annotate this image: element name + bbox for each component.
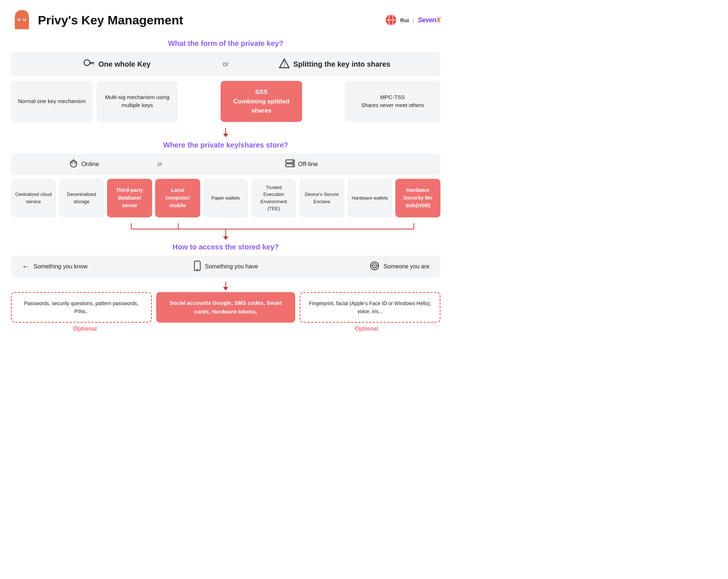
online-label-text: Online xyxy=(81,161,99,168)
whole-key-label: One whole Key xyxy=(98,60,150,68)
split-icon xyxy=(279,58,290,70)
header-left: Privy's Key Management xyxy=(11,7,183,33)
svg-point-19 xyxy=(292,161,294,162)
split-key-option: Splitting the key into shares xyxy=(240,58,430,70)
privy-logo-icon xyxy=(11,7,33,33)
svg-point-4 xyxy=(24,18,25,20)
biometric-icon xyxy=(369,261,380,272)
phone-icon xyxy=(193,261,201,272)
third-party-db-box: Third-partydatabase/server xyxy=(107,179,152,217)
pipe-divider: | xyxy=(413,17,414,23)
mechanism-row: Normal one key mechanism Multi-sig mecha… xyxy=(11,81,440,122)
hsm-box: HardwareSecurity Module(HSM) xyxy=(395,179,440,217)
svg-point-3 xyxy=(18,18,20,20)
online-option: Online xyxy=(18,159,150,170)
sevenx-logo: SevenX xyxy=(418,16,440,24)
centralized-cloud-box: Centralized cloud service xyxy=(11,179,56,217)
rui-avatar xyxy=(385,14,397,26)
local-computer-box: Localcomputer/mobile xyxy=(155,179,200,217)
access-method-row: ← Something you know Something you have … xyxy=(11,256,440,277)
storage-arrow-tip xyxy=(223,236,228,240)
paper-wallets-box: Paper wallets xyxy=(203,179,248,217)
know-label: Something you know xyxy=(33,263,88,270)
header-branding: Rui | SevenX xyxy=(385,14,440,26)
offline-option: Off-line xyxy=(170,159,433,170)
have-arrow-tip xyxy=(223,287,228,291)
svg-point-33 xyxy=(374,265,375,267)
offline-label-text: Off-line xyxy=(298,161,318,168)
rui-label: Rui xyxy=(400,17,409,23)
online-icon xyxy=(69,159,78,170)
multisig-box: Multi-sig mechanism using multiple keys xyxy=(96,81,178,122)
tee-box: TrustedExecutionEnvironment(TEE) xyxy=(251,179,296,217)
optional-row: Optional Optional xyxy=(11,326,440,332)
header: Privy's Key Management Rui | SevenX xyxy=(11,7,440,33)
are-label: Someone you are xyxy=(384,263,430,270)
page-title: Privy's Key Management xyxy=(38,13,183,27)
optional-left: Optional xyxy=(15,326,155,332)
know-icon: ← xyxy=(22,262,30,271)
svg-point-9 xyxy=(84,60,90,66)
have-label: Something you have xyxy=(205,263,258,270)
optional-right: Optional xyxy=(296,326,437,332)
online-or: or xyxy=(150,161,170,168)
question-3: How to access the stored key? xyxy=(11,243,440,251)
top-or: or xyxy=(212,60,240,68)
auth-detail-row: Passwords, security questions, pattern p… xyxy=(11,292,440,323)
decentralized-storage-box: Decentralized storage xyxy=(59,179,104,217)
are-detail-box: Fingerprint, facial (Apple's Face ID or … xyxy=(300,292,440,323)
mpc-tss-box: MPC-TSSShares never meet others xyxy=(345,81,440,122)
normal-key-box: Normal one key mechanism xyxy=(11,81,93,122)
storage-options-row: Centralized cloud service Decentralized … xyxy=(11,179,440,217)
hardware-wallets-box: Hardware wallets xyxy=(347,179,392,217)
svg-point-16 xyxy=(70,161,77,167)
have-detail-box: Social accounts Google, SMS codes, Smart… xyxy=(156,292,296,323)
sss-connector-line xyxy=(225,128,226,134)
have-arrow-connector xyxy=(11,282,440,291)
offline-icon xyxy=(285,159,295,170)
know-detail-box: Passwords, security questions, pattern p… xyxy=(11,292,152,323)
key-form-row: One whole Key or Splitting the key into … xyxy=(11,52,440,76)
are-option: Someone you are xyxy=(294,261,430,272)
have-option: Something you have xyxy=(158,261,293,272)
secure-enclave-box: Device's Secure Enclave xyxy=(299,179,344,217)
svg-point-20 xyxy=(292,165,294,166)
whole-key-option: One whole Key xyxy=(22,58,212,71)
know-option: ← Something you know xyxy=(22,262,158,271)
key-icon xyxy=(83,58,95,71)
storage-connector-area xyxy=(14,223,438,240)
sss-box: SSS Combining splitted shares xyxy=(221,81,302,122)
online-offline-row: Online or Off-line xyxy=(11,154,440,175)
question-1: What the form of the private key? xyxy=(11,39,440,48)
sss-arrow-tip xyxy=(223,134,228,137)
split-key-label: Splitting the key into shares xyxy=(293,60,391,68)
question-2: Where the private key/shares store? xyxy=(11,141,440,149)
